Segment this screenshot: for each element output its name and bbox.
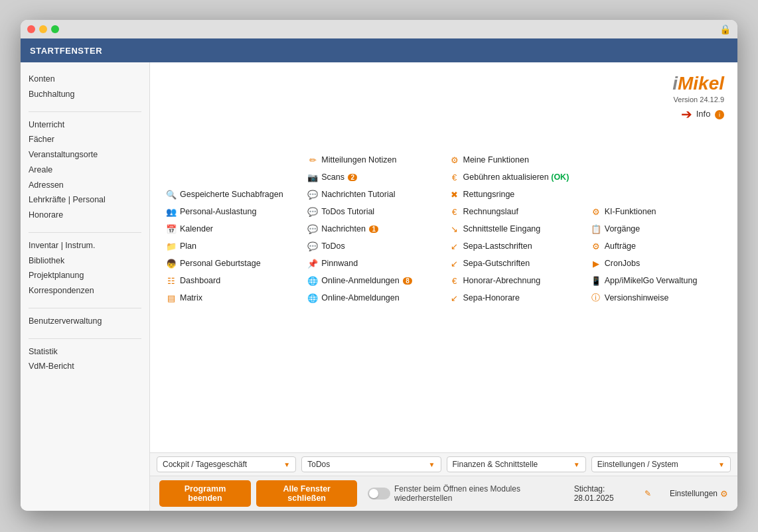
sidebar-group-3: Inventar | Instrum. Bibliothek Projektpl… [29, 238, 141, 299]
grid-item-sepa-honorare[interactable]: ↙ Sepa-Honorare [447, 291, 583, 305]
scans-label: Scans 2 [321, 172, 357, 182]
grid-area: ✏ Mitteilungen Notizen ⚙ Meine Funktione… [163, 153, 724, 305]
kalender-label: Kalender [180, 224, 213, 233]
grid-item-ki[interactable]: ⚙ KI-Funktionen [588, 204, 724, 219]
grid-item-online-abmeldungen[interactable]: 🌐 Online-Abmeldungen [305, 291, 441, 305]
sidebar-item-projektplanung[interactable]: Projektplanung [29, 268, 141, 283]
grid-item-mitteilungen[interactable]: ✏ Mitteilungen Notizen [305, 153, 441, 167]
einstellungen-button[interactable]: Einstellungen ⚙ [670, 489, 728, 499]
grid-item-gebuehren[interactable]: € Gebühren aktualisieren (OK) [447, 170, 583, 184]
info-arrow-icon: ➔ [681, 106, 692, 122]
dropdown-finanzen[interactable]: Finanzen & Schnittstelle ▼ [447, 456, 586, 472]
mitteilungen-icon: ✏ [307, 155, 318, 165]
dropdown-cockpit[interactable]: Cockpit / Tagesgeschäft ▼ [157, 456, 296, 472]
auftraege-icon: ⚙ [591, 241, 601, 251]
meinefunktionen-icon: ⚙ [449, 155, 460, 165]
sidebar-item-areale[interactable]: Areale [29, 163, 141, 178]
grid-item-sepa-lastschriften[interactable]: ↙ Sepa-Lastschriften [447, 239, 583, 253]
traffic-lights [27, 25, 59, 33]
sidebar-item-veranstaltungsorte[interactable]: Veranstaltungsorte [29, 147, 141, 163]
suchabfragen-icon: 🔍 [166, 189, 177, 200]
personalauslastung-label: Personal-Auslastung [180, 207, 256, 216]
sidebar-item-faecher[interactable]: Fächer [29, 132, 141, 147]
toggle-label: Fenster beim Öffnen eines Modules wieder… [394, 484, 569, 503]
grid-item-nachrichten[interactable]: 💬 Nachrichten 1 [305, 222, 441, 236]
dropdown-finanzen-arrow: ▼ [573, 461, 580, 468]
scans-badge: 2 [348, 174, 357, 181]
info-label-text: Info [696, 109, 711, 119]
sidebar-item-honorare[interactable]: Honorare [29, 208, 141, 223]
grid-item-todos[interactable]: 💬 ToDos [305, 239, 441, 253]
dashboard-label: Dashboard [180, 276, 220, 285]
sidebar-item-vdm[interactable]: VdM-Bericht [29, 359, 141, 374]
close-button[interactable] [27, 25, 35, 33]
sidebar-item-benutzerverwaltung[interactable]: Benutzerverwaltung [29, 314, 141, 329]
rechnungslauf-icon: € [449, 206, 460, 217]
personalauslastung-icon: 👥 [166, 206, 177, 217]
sidebar-group-1: Konten Buchhaltung [29, 72, 141, 102]
gebuehren-ok-badge: (OK) [551, 172, 569, 182]
todostutorial-icon: 💬 [307, 206, 318, 217]
dropdown-bar: Cockpit / Tagesgeschäft ▼ ToDos ▼ Finanz… [150, 452, 737, 476]
toggle-container: Fenster beim Öffnen eines Modules wieder… [368, 484, 568, 503]
grid-item-nachrichten-tutorial[interactable]: 💬 Nachrichten Tutorial [305, 187, 441, 202]
suchabfragen-label: Gespeicherte Suchabfragen [180, 190, 283, 199]
sidebar-group-4: Benutzerverwaltung [29, 314, 141, 329]
grid-item-plan[interactable]: 📁 Plan [163, 239, 299, 253]
einstellungen-label: Einstellungen [670, 489, 718, 498]
grid-item-todos-tutorial[interactable]: 💬 ToDos Tutorial [305, 204, 441, 219]
todostutorial-label: ToDos Tutorial [321, 207, 374, 216]
sidebar-item-konten[interactable]: Konten [29, 72, 141, 87]
sidebar-item-inventar[interactable]: Inventar | Instrum. [29, 238, 141, 253]
grid-item-honorar-abrechnung[interactable]: € Honorar-Abrechnung [447, 273, 583, 288]
restore-toggle[interactable] [368, 488, 390, 499]
grid-item-scans[interactable]: 📷 Scans 2 [305, 170, 441, 184]
honorarabrechnung-label: Honorar-Abrechnung [463, 276, 541, 285]
grid-item-app-imikelgo[interactable]: 📱 App/iMikelGo Verwaltung [588, 273, 724, 288]
grid-item-auftraege[interactable]: ⚙ Aufträge [588, 239, 724, 253]
sidebar-item-lehrkraefte[interactable]: Lehrkräfte | Personal [29, 192, 141, 208]
grid-item-cronjobs[interactable]: ▶ CronJobs [588, 256, 724, 271]
nachrichtentutorial-label: Nachrichten Tutorial [321, 190, 395, 199]
sidebar-item-statistik[interactable]: Statistik [29, 344, 141, 360]
grid-item-online-anmeldungen[interactable]: 🌐 Online-Anmeldungen 8 [305, 273, 441, 288]
grid-item-versionshinweise[interactable]: ⓘ Versionshinweise [588, 291, 724, 305]
divider-2 [29, 232, 141, 233]
sidebar-item-korrespondenzen[interactable]: Korrespondenzen [29, 283, 141, 299]
grid-item-schnittstelle[interactable]: ↘ Schnittstelle Eingang [447, 222, 583, 236]
grid-item-matrix[interactable]: ▤ Matrix [163, 291, 299, 305]
dropdown-todos[interactable]: ToDos ▼ [301, 456, 441, 472]
grid-item-sepa-gutschriften[interactable]: ↙ Sepa-Gutschriften [447, 256, 583, 271]
grid-item-dashboard[interactable]: ☷ Dashboard [163, 273, 299, 288]
grid-item-rettungsringe[interactable]: ✖ Rettungsringe [447, 187, 583, 202]
logo-version: Version 24.12.9 [672, 96, 724, 103]
grid-item-geburtstage[interactable]: 👦 Personal Geburtstage [163, 256, 299, 271]
grid-item-rechnungslauf[interactable]: € Rechnungslauf [447, 204, 583, 219]
sepagutschriften-label: Sepa-Gutschriften [463, 259, 530, 268]
programm-beenden-button[interactable]: Programm beenden [159, 480, 251, 507]
onlineanmeldungen-label: Online-Anmeldungen 8 [321, 276, 412, 285]
grid-item-suchabfragen[interactable]: 🔍 Gespeicherte Suchabfragen [163, 187, 299, 202]
onlineabmeldungen-label: Online-Abmeldungen [321, 293, 399, 302]
grid-item-personal-auslastung[interactable]: 👥 Personal-Auslastung [163, 204, 299, 219]
sidebar-item-bibliothek[interactable]: Bibliothek [29, 253, 141, 269]
info-button[interactable]: Info i [696, 109, 724, 119]
sidebar-item-buchhaltung[interactable]: Buchhaltung [29, 87, 141, 102]
vorgaenge-icon: 📋 [591, 224, 601, 234]
alle-fenster-schliessen-button[interactable]: Alle Fenster schließen [256, 480, 357, 507]
main-window: 🔒 STARTFENSTER Konten Buchhaltung Unterr… [21, 20, 737, 511]
minimize-button[interactable] [39, 25, 47, 33]
titlebar: 🔒 [21, 20, 737, 38]
grid-item-vorgaenge[interactable]: 📋 Vorgänge [588, 222, 724, 236]
dropdown-einstellungen[interactable]: Einstellungen / System ▼ [591, 456, 731, 472]
auftraege-label: Aufträge [605, 241, 636, 251]
sidebar-item-unterricht[interactable]: Unterricht [29, 117, 141, 133]
grid-item-pinnwand[interactable]: 📌 Pinnwand [305, 256, 441, 271]
grid-item-kalender[interactable]: 📅 Kalender [163, 222, 299, 236]
maximize-button[interactable] [51, 25, 59, 33]
scans-icon: 📷 [307, 172, 318, 182]
matrix-icon: ▤ [166, 293, 177, 303]
grid-item-meinefunktionen[interactable]: ⚙ Meine Funktionen [447, 153, 583, 167]
stichtag-edit-icon[interactable]: ✎ [644, 489, 651, 498]
sidebar-item-adressen[interactable]: Adressen [29, 178, 141, 193]
